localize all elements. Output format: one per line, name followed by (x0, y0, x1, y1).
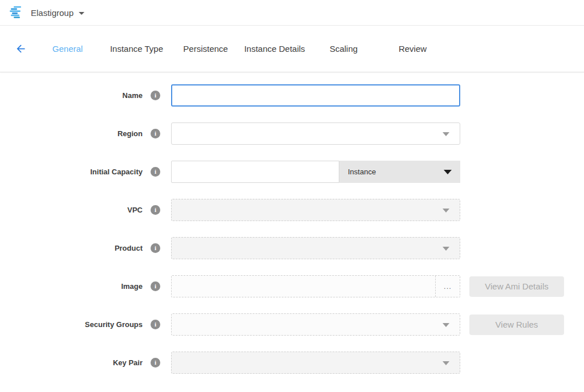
field-row-region: Region i (0, 122, 584, 145)
initial-capacity-label: Initial Capacity (90, 168, 143, 176)
capacity-unit-value: Instance (348, 168, 376, 176)
back-button[interactable] (8, 43, 33, 55)
image-info-icon[interactable]: i (151, 281, 160, 291)
app-name: Elastigroup (31, 8, 74, 18)
tab-persistence[interactable]: Persistence (171, 44, 240, 54)
region-info-icon[interactable]: i (151, 129, 160, 138)
key-pair-label: Key Pair (113, 358, 143, 367)
tab-instance-details[interactable]: Instance Details (240, 44, 309, 54)
view-rules-button[interactable]: View Rules (469, 315, 564, 335)
product-info-icon[interactable]: i (151, 243, 160, 253)
security-groups-select[interactable] (171, 313, 460, 336)
capacity-unit-select[interactable]: Instance (339, 161, 460, 183)
view-ami-details-button[interactable]: View Ami Details (469, 276, 564, 297)
caret-down-icon (443, 361, 449, 365)
tab-general[interactable]: General (33, 44, 102, 54)
field-row-vpc: VPC i (0, 199, 584, 221)
caret-down-icon (444, 170, 452, 174)
vpc-select[interactable] (171, 199, 460, 221)
field-row-security-groups: Security Groups i View Rules (0, 313, 584, 336)
field-row-name: Name i (0, 84, 584, 107)
tab-scaling[interactable]: Scaling (309, 44, 378, 54)
initial-capacity-info-icon[interactable]: i (151, 167, 160, 177)
security-groups-label: Security Groups (85, 320, 143, 329)
image-input[interactable]: ... (171, 275, 460, 297)
caret-down-icon (443, 209, 449, 213)
elastigroup-logo-icon (9, 6, 24, 19)
caret-down-icon (443, 247, 449, 251)
field-row-image: Image i ... View Ami Details (0, 275, 584, 297)
tab-instance-type[interactable]: Instance Type (102, 44, 171, 54)
region-select[interactable] (171, 122, 460, 145)
vpc-info-icon[interactable]: i (151, 205, 160, 215)
image-value (172, 276, 435, 297)
tab-review[interactable]: Review (378, 44, 447, 54)
field-row-product: Product i (0, 237, 584, 259)
key-pair-select[interactable] (171, 352, 460, 374)
arrow-left-icon (15, 43, 27, 55)
caret-down-icon (443, 132, 449, 136)
product-label: Product (115, 244, 143, 252)
product-select[interactable] (171, 237, 460, 259)
field-row-key-pair: Key Pair i (0, 352, 584, 374)
vpc-label: VPC (127, 206, 143, 214)
name-label: Name (123, 91, 143, 100)
wizard-tabs: General Instance Type Persistence Instan… (33, 44, 447, 54)
app-switcher[interactable]: Elastigroup (9, 6, 84, 19)
caret-down-icon (443, 323, 449, 327)
name-info-icon[interactable]: i (151, 91, 160, 100)
field-row-initial-capacity: Initial Capacity i Instance (0, 161, 584, 183)
app-switcher-caret-icon (79, 12, 84, 15)
name-input[interactable] (171, 84, 460, 107)
region-label: Region (117, 129, 143, 138)
initial-capacity-input[interactable] (171, 161, 339, 183)
general-form: Name i Region i Initial Capacity i Insta… (0, 72, 584, 374)
image-label: Image (121, 282, 143, 291)
security-groups-info-icon[interactable]: i (151, 320, 160, 329)
top-bar: Elastigroup (0, 0, 584, 26)
key-pair-info-icon[interactable]: i (151, 358, 160, 368)
image-browse-button[interactable]: ... (435, 276, 460, 297)
wizard-tab-bar: General Instance Type Persistence Instan… (0, 26, 584, 72)
